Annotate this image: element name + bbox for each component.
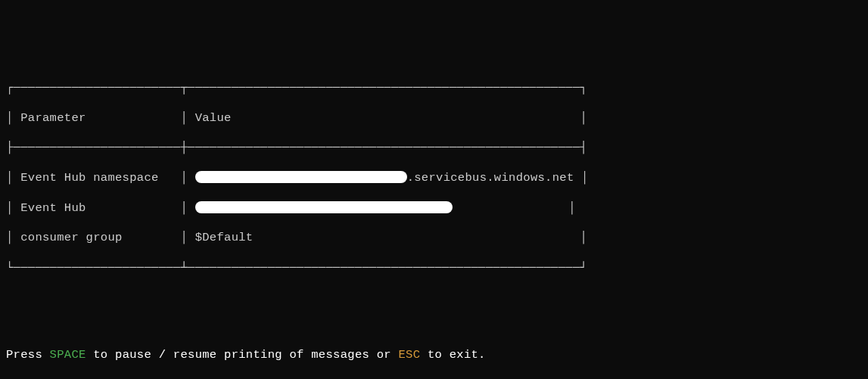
instruction-line: Press SPACE to pause / resume printing o… [6,348,862,363]
box-sep: │ [86,111,195,125]
row-cg: │ consumer group │ $Default │ [6,231,862,246]
box-right: │ [232,111,587,125]
instruction-prefix: Press [6,348,50,362]
box-mid: ├───────────────────────┼───────────────… [6,141,862,156]
param-value: $Default [195,231,254,244]
box-left: │ [6,171,20,185]
redacted-value [195,201,453,213]
param-name: consumer group [20,231,122,244]
box-left: │ [6,201,20,215]
instruction-mid: to pause / resume printing of messages o… [86,348,399,362]
row-ns: │ Event Hub namespace │ .servicebus.wind… [6,171,862,186]
box-sep: │ [86,201,195,215]
param-value-suffix: .servicebus.windows.net [407,171,574,185]
box-bottom: └───────────────────────┴───────────────… [6,261,862,276]
row-hub: │ Event Hub │ │ [6,201,862,216]
redacted-value [195,171,407,183]
box-right: │ [574,171,589,185]
box-right: │ [453,201,576,215]
header-col-1: Parameter [20,111,86,125]
header-col-2: Value [195,111,232,125]
param-table: ┌───────────────────────┬───────────────… [6,66,862,290]
box-left: │ [6,231,20,244]
box-sep: │ [123,231,195,244]
box-sep: │ [159,171,195,185]
key-space: SPACE [50,348,86,362]
instruction-suffix: to exit. [420,348,485,362]
box-left: │ [6,111,20,125]
box-right: │ [253,231,587,244]
box-top: ┌───────────────────────┬───────────────… [6,81,862,96]
header-row: │ Parameter │ Value │ [6,111,862,126]
key-esc: ESC [399,348,421,362]
param-name: Event Hub [20,201,86,215]
param-name: Event Hub namespace [20,171,158,185]
